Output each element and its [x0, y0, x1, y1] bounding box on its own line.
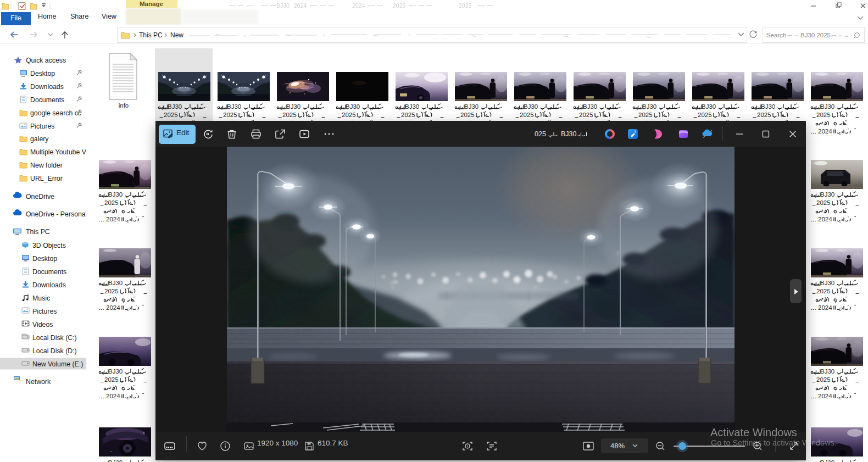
svg-text:New: New — [170, 31, 183, 39]
svg-text:2025: 2025 — [393, 2, 406, 9]
svg-text:3D Objects: 3D Objects — [32, 242, 66, 249]
svg-text:2025: 2025 — [459, 2, 472, 9]
svg-text:BJ30: BJ30 — [561, 130, 577, 138]
svg-text:New Volume (E:): New Volume (E:) — [32, 360, 83, 368]
svg-text:Downloads: Downloads — [30, 83, 64, 91]
svg-text:Downloads: Downloads — [32, 281, 66, 289]
svg-text:This PC: This PC — [139, 31, 163, 39]
svg-text:BJ30: BJ30 — [276, 2, 290, 9]
svg-text:Search: Search — [766, 32, 786, 38]
svg-text:Music: Music — [32, 294, 50, 302]
svg-text:025: 025 — [535, 130, 546, 138]
svg-text:Network: Network — [26, 378, 51, 386]
svg-text:Documents: Documents — [30, 96, 64, 104]
svg-text:Desktop: Desktop — [32, 255, 57, 263]
svg-text:URL_Error: URL_Error — [30, 175, 63, 182]
svg-text:2024: 2024 — [352, 2, 365, 9]
svg-text:This PC: This PC — [26, 228, 50, 236]
svg-text:OneDrive: OneDrive — [26, 193, 54, 201]
svg-text:Pictures: Pictures — [32, 308, 57, 315]
svg-text:Videos: Videos — [32, 321, 53, 329]
svg-text:Local Disk (C:): Local Disk (C:) — [32, 334, 77, 342]
svg-text:google search cc: google search cc — [30, 109, 81, 117]
svg-text:galery: galery — [30, 135, 49, 143]
svg-text:Multiple Youtube Vi: Multiple Youtube Vi — [30, 148, 86, 156]
svg-text:New folder: New folder — [30, 162, 63, 169]
svg-text:Pictures: Pictures — [30, 123, 54, 130]
svg-text:2024: 2024 — [294, 2, 307, 9]
svg-text:BJ30 2025: BJ30 2025 — [800, 32, 831, 38]
svg-text:Quick access: Quick access — [26, 57, 66, 64]
svg-text:OneDrive - Personal: OneDrive - Personal — [26, 210, 86, 218]
svg-text:Desktop: Desktop — [30, 70, 55, 77]
svg-text:Documents: Documents — [32, 268, 66, 276]
svg-text:Local Disk (D:): Local Disk (D:) — [32, 347, 77, 355]
